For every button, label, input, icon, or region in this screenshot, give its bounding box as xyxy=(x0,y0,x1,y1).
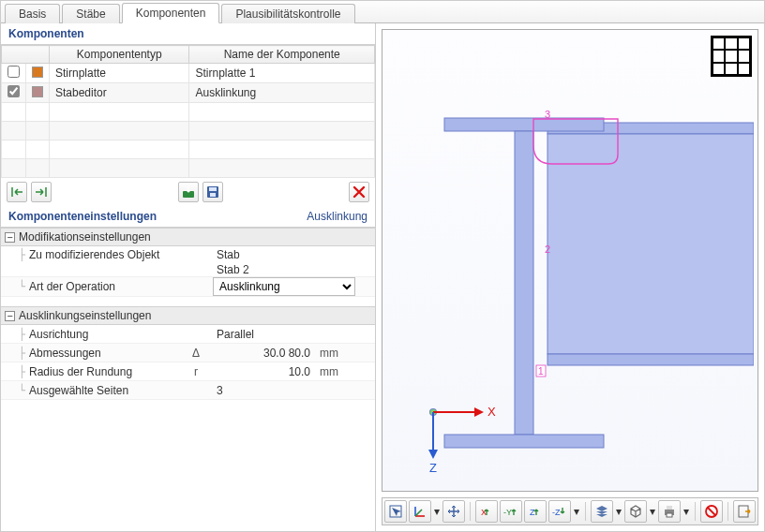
view-neg-y-icon: -Y xyxy=(502,504,519,519)
view-neg-z-button[interactable]: -Z xyxy=(548,500,571,523)
svg-rect-3 xyxy=(210,193,216,197)
view-toolbar: ▾ X -Y Z -Z ▾ xyxy=(382,497,758,525)
row-value: 3 xyxy=(213,384,355,397)
callout-label-2: 2 xyxy=(545,244,550,255)
row-value-2: Stab 2 xyxy=(213,263,355,276)
svg-text:Z: Z xyxy=(429,461,437,474)
tab-plausibilitaet[interactable]: Plausibilitätskontrolle xyxy=(221,4,354,23)
view-x-button[interactable]: X xyxy=(475,500,498,523)
svg-text:Z: Z xyxy=(530,508,535,517)
svg-rect-2 xyxy=(209,187,217,191)
tree-branch-icon: └ xyxy=(1,384,29,397)
import-button[interactable] xyxy=(178,182,199,202)
section-modification[interactable]: − Modifikationseinstellungen xyxy=(1,228,375,246)
settings-context-text: Ausklinkung xyxy=(307,210,368,223)
cancel-view-button[interactable] xyxy=(700,500,723,523)
row-label: Radius der Rundung xyxy=(29,363,179,380)
row-name: Stirnplatte 1 xyxy=(189,64,375,83)
row-name: Ausklinkung xyxy=(189,83,375,103)
dropdown-caret-icon[interactable]: ▾ xyxy=(615,505,622,518)
move-right-button[interactable] xyxy=(31,182,52,202)
cursor-box-icon xyxy=(388,504,403,519)
row-orientation[interactable]: ├ Ausrichtung Parallel xyxy=(1,325,375,344)
row-label: Abmessungen xyxy=(29,345,179,362)
svg-line-23 xyxy=(415,510,422,516)
table-row[interactable] xyxy=(2,140,375,159)
cancel-alpha-icon xyxy=(704,504,719,519)
layers-icon xyxy=(594,504,609,519)
color-swatch xyxy=(32,66,43,78)
components-toolbar xyxy=(1,178,375,206)
section-ausklinkung[interactable]: − Ausklinkungseinstellungen xyxy=(1,306,375,325)
dropdown-caret-icon[interactable]: ▾ xyxy=(573,505,580,518)
table-row[interactable]: Stabeditor Ausklinkung xyxy=(2,83,375,103)
section-label: Ausklinkungseinstellungen xyxy=(19,309,151,322)
svg-marker-15 xyxy=(474,407,484,417)
col-componentname: Name der Komponente xyxy=(189,46,375,64)
shading-button[interactable] xyxy=(591,500,613,523)
move-left-button[interactable] xyxy=(7,182,27,202)
3d-viewport[interactable]: 3 2 1 X Z xyxy=(382,29,758,492)
save-button[interactable] xyxy=(202,182,223,202)
svg-rect-8 xyxy=(515,131,533,435)
view-x-icon: X xyxy=(478,504,495,519)
components-table: Komponententyp Name der Komponente Stirn… xyxy=(1,45,375,178)
cube-wire-icon xyxy=(628,504,643,519)
view-neg-y-button[interactable]: -Y xyxy=(500,500,522,523)
view-reset-button[interactable] xyxy=(442,500,465,523)
tab-staebe[interactable]: Stäbe xyxy=(62,4,119,23)
row-selected-sides[interactable]: └ Ausgewählte Seiten 3 xyxy=(1,381,375,400)
axes-toggle-button[interactable] xyxy=(409,500,431,523)
settings-treegrid: − Modifikationseinstellungen ├ Zu modifi… xyxy=(1,228,375,400)
svg-marker-18 xyxy=(428,450,438,459)
arrow-left-to-bar-icon xyxy=(10,186,23,198)
dropdown-caret-icon[interactable]: ▾ xyxy=(682,505,690,518)
svg-rect-5 xyxy=(548,134,754,354)
print-button[interactable] xyxy=(658,500,681,523)
callout-label-3: 3 xyxy=(545,109,550,120)
view-cube[interactable] xyxy=(711,36,752,77)
select-mode-button[interactable] xyxy=(384,500,407,523)
popout-button[interactable] xyxy=(733,500,756,523)
collapse-toggle-icon[interactable]: − xyxy=(5,311,15,321)
row-value: Stab xyxy=(213,248,316,261)
tree-branch-icon: └ xyxy=(1,280,29,293)
row-label: Art der Operation xyxy=(29,278,179,295)
row-checkbox[interactable] xyxy=(8,66,20,78)
svg-text:1: 1 xyxy=(538,366,544,377)
collapse-toggle-icon[interactable]: − xyxy=(5,232,15,243)
row-symbol: r xyxy=(179,365,213,378)
row-value: 10.0 xyxy=(213,365,316,378)
table-row[interactable] xyxy=(2,103,375,122)
table-row[interactable] xyxy=(2,122,375,140)
settings-title-text: Komponenteneinstellungen xyxy=(8,210,157,223)
operation-select[interactable]: Ausklinkung xyxy=(213,277,355,296)
printer-icon xyxy=(662,504,677,519)
row-label: Ausrichtung xyxy=(29,326,179,343)
view-z-button[interactable]: Z xyxy=(524,500,547,523)
svg-text:-Y: -Y xyxy=(503,508,512,517)
display-mode-button[interactable] xyxy=(624,500,647,523)
view-neg-z-icon: -Z xyxy=(551,504,568,519)
dropdown-caret-icon[interactable]: ▾ xyxy=(433,505,441,518)
section-label: Modifikationseinstellungen xyxy=(19,230,151,244)
axes-icon xyxy=(412,504,428,519)
row-operation-type[interactable]: └ Art der Operation Ausklinkung xyxy=(1,277,375,297)
tab-komponenten[interactable]: Komponenten xyxy=(122,3,220,23)
col-componenttype: Komponententyp xyxy=(50,46,189,64)
col-select xyxy=(2,46,50,64)
settings-panel-title: Komponenteneinstellungen Ausklinkung xyxy=(1,206,375,228)
view-z-icon: Z xyxy=(527,504,544,519)
row-symbol: Δ xyxy=(179,347,213,360)
delete-button[interactable] xyxy=(349,182,369,202)
row-target-object[interactable]: ├ Zu modifizierendes Objekt Stab Stab 2 xyxy=(1,246,375,277)
row-checkbox[interactable] xyxy=(8,85,20,97)
table-row[interactable] xyxy=(2,159,375,178)
row-unit: mm xyxy=(316,365,355,378)
dropdown-caret-icon[interactable]: ▾ xyxy=(649,505,656,518)
tab-basis[interactable]: Basis xyxy=(5,4,60,23)
row-radius[interactable]: ├ Radius der Rundung r 10.0 mm xyxy=(1,362,375,381)
import-icon xyxy=(182,185,195,199)
table-row[interactable]: Stirnplatte Stirnplatte 1 xyxy=(2,64,375,83)
row-dimensions[interactable]: ├ Abmessungen Δ 30.0 80.0 mm xyxy=(1,344,375,362)
